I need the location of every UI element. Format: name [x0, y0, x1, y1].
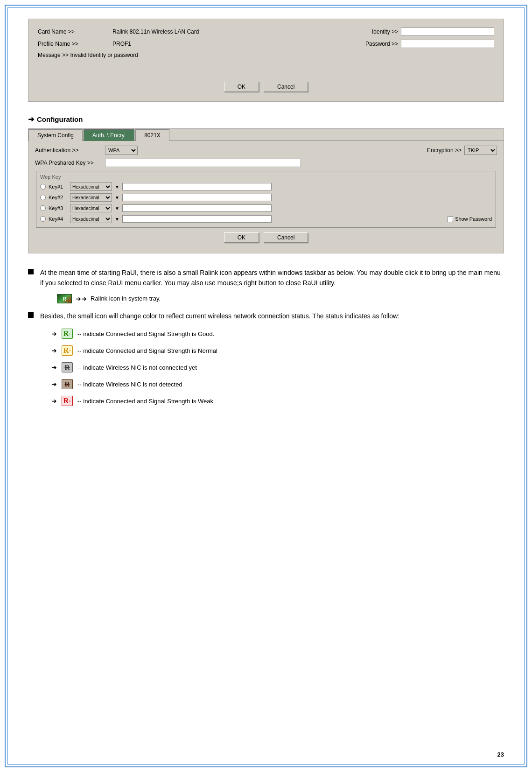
- status-icon-normal: R+: [62, 345, 73, 356]
- tab-auth-encry[interactable]: Auth. \ Encry.: [84, 129, 134, 141]
- status-icon-good: R+: [62, 329, 73, 339]
- ralink-icon-letter: R: [63, 296, 66, 301]
- page-number: 23: [497, 751, 504, 758]
- ralink-tray-icon: R: [57, 294, 72, 303]
- status-icon-weak: R+: [62, 396, 73, 406]
- tab-8021x[interactable]: 8021X: [135, 129, 169, 141]
- status-icon-not-detected: R: [62, 379, 73, 389]
- inner-border: [7, 7, 525, 765]
- tab-system-config[interactable]: System Config: [28, 129, 83, 141]
- status-icon-not-connected: R: [62, 362, 73, 372]
